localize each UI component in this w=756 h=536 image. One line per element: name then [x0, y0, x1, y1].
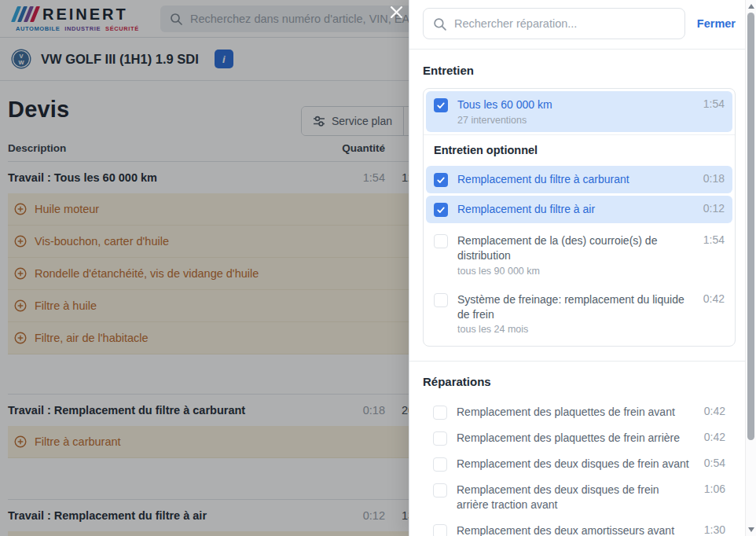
item-duration: 1:30: [699, 523, 725, 536]
item-label: Tous les 60 000 km: [457, 98, 552, 111]
panel-header: Fermer: [409, 0, 745, 50]
item-duration: 1:54: [699, 97, 725, 110]
section-divider: [409, 361, 745, 362]
maintenance-card: Tous les 60 000 km 27 interventions 1:54…: [423, 88, 736, 347]
item-duration: 0:54: [699, 457, 725, 469]
repair-search-bar[interactable]: [423, 8, 685, 39]
maintenance-item-main[interactable]: Tous les 60 000 km 27 interventions 1:54: [426, 91, 732, 132]
item-duration: 1:54: [699, 233, 725, 246]
repairs-list: Remplacement des plaquettes de frein ava…: [423, 399, 736, 536]
scroll-down-arrow-icon[interactable]: [748, 527, 754, 532]
item-duration: 1:06: [699, 483, 725, 495]
item-label: Remplacement des plaquettes de frein arr…: [457, 431, 690, 446]
maintenance-heading: Entretien: [423, 64, 736, 77]
search-icon: [433, 17, 446, 31]
item-duration: 0:18: [699, 172, 725, 185]
repair-item[interactable]: Remplacement des deux disques de frein a…: [423, 451, 736, 477]
scroll-up-arrow-icon[interactable]: [748, 4, 754, 9]
item-subtext: tous les 90 000 km: [457, 266, 689, 277]
item-duration: 0:42: [699, 405, 725, 417]
repair-item[interactable]: Remplacement des plaquettes de frein ava…: [423, 399, 736, 425]
panel-body: Entretien Tous les 60 000 km 27 interven…: [409, 50, 745, 536]
maintenance-item[interactable]: Remplacement du filtre à air 0:12: [426, 196, 732, 223]
repair-item[interactable]: Remplacement des deux amortisseurs avant…: [423, 518, 736, 536]
repair-selection-panel: Fermer Entretien Tous les 60 000 km 27 i…: [409, 0, 745, 536]
maintenance-item[interactable]: Système de freinage: remplacement du liq…: [424, 285, 735, 347]
checkbox-unchecked[interactable]: [433, 483, 447, 497]
checkmark-icon: [436, 101, 446, 110]
item-label: Remplacement des plaquettes de frein ava…: [457, 405, 690, 420]
checkbox-checked[interactable]: [434, 98, 448, 112]
item-duration: 0:42: [699, 431, 725, 443]
checkbox-unchecked[interactable]: [433, 524, 447, 536]
maintenance-item[interactable]: Remplacement du filtre à carburant 0:18: [426, 166, 732, 193]
item-label: Remplacement du filtre à carburant: [457, 173, 629, 185]
checkmark-icon: [436, 205, 446, 215]
item-duration: 0:42: [699, 292, 725, 305]
maintenance-item[interactable]: Remplacement de la (des) courroie(s) de …: [424, 226, 735, 285]
close-icon: [390, 6, 403, 19]
repair-search-input[interactable]: [454, 17, 675, 30]
item-label: Remplacement du filtre à air: [457, 203, 595, 215]
checkbox-unchecked[interactable]: [434, 234, 448, 248]
item-duration: 0:12: [699, 202, 725, 215]
repair-item[interactable]: Remplacement des deux disques de frein a…: [423, 477, 736, 518]
item-label: Remplacement des deux amortisseurs avant: [457, 523, 690, 536]
repair-item[interactable]: Remplacement des plaquettes de frein arr…: [423, 425, 736, 451]
checkbox-unchecked[interactable]: [433, 431, 447, 446]
item-label: Remplacement des deux disques de frein a…: [457, 483, 690, 512]
checkbox-checked[interactable]: [434, 173, 448, 187]
checkbox-checked[interactable]: [434, 203, 448, 217]
checkbox-unchecked[interactable]: [433, 457, 447, 472]
item-subtext: 27 interventions: [457, 115, 689, 126]
scrollbar-thumb[interactable]: [747, 13, 754, 440]
checkbox-unchecked[interactable]: [433, 406, 447, 420]
item-label: Remplacement des deux disques de frein a…: [457, 457, 690, 472]
optional-maintenance-heading: Entretien optionnel: [424, 134, 735, 163]
fermer-close-button[interactable]: Fermer: [697, 17, 736, 30]
panel-scrollbar[interactable]: [745, 0, 756, 536]
item-subtext: tous les 24 mois: [457, 324, 689, 335]
item-label: Système de freinage: remplacement du liq…: [457, 293, 684, 321]
repairs-heading: Réparations: [423, 375, 736, 388]
item-label: Remplacement de la (des) courroie(s) de …: [457, 234, 657, 262]
checkmark-icon: [436, 175, 446, 185]
checkbox-unchecked[interactable]: [434, 293, 448, 307]
close-panel-x-button[interactable]: [387, 3, 405, 20]
